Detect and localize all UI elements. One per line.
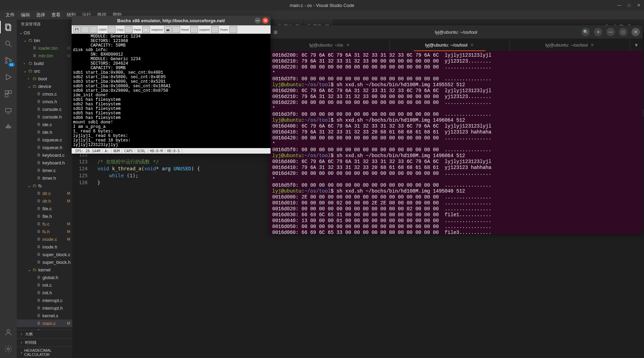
tree-file-super_block.c[interactable]: 🗎super_block.c <box>17 251 72 258</box>
svg-point-2 <box>6 41 10 45</box>
tree-file-timer.h[interactable]: 🗎timer.h <box>17 174 72 182</box>
tree-folder-src[interactable]: ⌄🗀src <box>17 67 72 75</box>
section-大纲[interactable]: ›大纲 <box>17 330 72 338</box>
menu-查看[interactable]: 查看 <box>49 11 63 19</box>
tree-file-ioqueue.c[interactable]: 🗎ioqueue.c <box>17 136 72 144</box>
tree-file-ioqueue.h[interactable]: 🗎ioqueue.h <box>17 144 72 151</box>
close-icon[interactable]: ✕ <box>346 42 350 48</box>
bochs-screen[interactable]: MODULE: Generic 1234 SECTORS: 121968 CAP… <box>72 34 271 148</box>
tree-folder-device[interactable]: ⌄🗀device <box>17 82 72 90</box>
tree-file-ide.c[interactable]: 🗎ide.c <box>17 121 72 128</box>
terminal-tab[interactable]: lyj@ubuntu: ~/os/tool✕ <box>390 39 510 51</box>
bochs-titlebar[interactable]: Bochs x86 emulator, http://bochs.sourcef… <box>72 16 271 25</box>
terminal-window[interactable]: ⊞ lyj@ubuntu: ~/os/tool 🔍 ≡ — □ ✕ lyj@ub… <box>269 25 643 234</box>
section-时间线[interactable]: ›时间线 <box>17 338 72 347</box>
activity-settings[interactable] <box>3 344 13 354</box>
bochs-minimize-button[interactable]: — <box>255 17 261 24</box>
sidebar: 资源管理器 ⌄OS ⌄🗀bin🗎loader.binU🗎mbr.binU›🗀bu… <box>17 19 72 358</box>
bochs-tool-user[interactable]: ⌨ <box>108 26 115 33</box>
tree-file-fs.c[interactable]: 🗎fs.cM <box>17 220 72 228</box>
activity-extensions[interactable] <box>3 89 13 99</box>
tree-file-super_block.h[interactable]: 🗎super_block.h <box>17 258 72 266</box>
tree-file-interrupt.h[interactable]: 🗎interrupt.h <box>17 304 72 312</box>
bochs-tool-snapshot[interactable]: 📷 <box>164 26 172 33</box>
close-icon[interactable]: ✕ <box>470 42 474 48</box>
bochs-tool-reset[interactable]: ↻ <box>190 26 198 33</box>
bochs-tool-paste[interactable]: 📋 <box>142 26 150 33</box>
terminal-menu-icon[interactable]: ≡ <box>594 28 602 36</box>
tree-folder-kernel[interactable]: ⌄🗀kernel <box>17 266 72 274</box>
section-HEXADECIMAL CALCULATOR[interactable]: ›HEXADECIMAL CALCULATOR <box>17 347 72 358</box>
window-close-button[interactable]: ✕ <box>636 3 641 8</box>
activity-search[interactable] <box>3 39 13 49</box>
tree-file-interrupt.c[interactable]: 🗎interrupt.c <box>17 296 72 304</box>
tree-folder-fs[interactable]: ⌄🗀fs <box>17 182 72 189</box>
svg-line-3 <box>9 45 11 47</box>
tree-folder-bin[interactable]: ⌄🗀bin <box>17 36 72 44</box>
terminal-tab[interactable]: lyj@ubuntu: ~/os✕ <box>269 39 390 51</box>
tree-file-main.c[interactable]: 🗎main.cM <box>17 319 72 327</box>
tree-root[interactable]: ⌄OS <box>17 29 72 36</box>
tree-file-cmos.c[interactable]: 🗎cmos.c <box>17 90 72 98</box>
window-minimize-button[interactable]: — <box>617 3 622 8</box>
terminal-tab[interactable]: lyj@ubuntu: ~/os/tool✕ <box>510 39 630 51</box>
tree-file-mbr.bin[interactable]: 🗎mbr.binU <box>17 52 72 59</box>
window-maximize-button[interactable]: □ <box>627 3 631 8</box>
tree-file-init.h[interactable]: 🗎init.h <box>17 289 72 296</box>
svg-rect-16 <box>9 127 11 128</box>
terminal-maximize-button[interactable]: □ <box>619 28 627 36</box>
bochs-tool-suspend[interactable]: ⏸ <box>211 26 219 33</box>
terminal-newtab-icon[interactable]: ⊞ <box>274 30 277 35</box>
tree-file-keyboard.h[interactable]: 🗎keyboard.h <box>17 159 72 166</box>
tree-file-kernel.s[interactable]: 🗎kernel.s <box>17 312 72 319</box>
terminal-body[interactable]: 0016d200: 6C 79 6A 6C 79 6A 31 32 33 31 … <box>269 51 643 234</box>
tree-file-keyboard.c[interactable]: 🗎keyboard.c <box>17 151 72 159</box>
window-titlebar: main.c - os - Visual Studio Code — □ ✕ <box>0 0 644 10</box>
menu-选择[interactable]: 选择 <box>33 11 48 19</box>
tree-file-console.h[interactable]: 🗎console.h <box>17 113 72 121</box>
svg-rect-8 <box>5 91 8 93</box>
tree-file-init.c[interactable]: 🗎init.c <box>17 281 72 289</box>
activity-run[interactable] <box>3 72 13 82</box>
tree-folder-boot[interactable]: ›🗀boot <box>17 75 72 82</box>
activity-bar: 42 <box>0 19 17 358</box>
tree-file-file.h[interactable]: 🗎file.h <box>17 212 72 220</box>
activity-remote[interactable] <box>3 106 13 115</box>
activity-account[interactable] <box>3 327 13 337</box>
tree-file-timer.c[interactable]: 🗎timer.c <box>17 166 72 174</box>
tree-file-inode.c[interactable]: 🗎inode.cM <box>17 235 72 243</box>
tree-file-inode.h[interactable]: 🗎inode.h <box>17 243 72 251</box>
terminal-close-button[interactable]: ✕ <box>631 28 640 36</box>
bochs-close-button[interactable]: ✕ <box>262 17 268 24</box>
tree-file-file.c[interactable]: 🗎file.c <box>17 205 72 212</box>
tree-file-fs.h[interactable]: 🗎fs.hM <box>17 228 72 235</box>
bochs-tool-mouse[interactable]: 🖱 <box>90 26 97 33</box>
tree-file-dir.c[interactable]: 🗎dir.cM <box>17 189 72 197</box>
terminal-tab-dropdown[interactable]: ▾ <box>630 39 643 51</box>
close-icon[interactable]: ✕ <box>590 42 594 48</box>
window-title: main.c - os - Visual Studio Code <box>290 3 354 8</box>
tree-file-dir.h[interactable]: 🗎dir.hM <box>17 197 72 205</box>
bochs-tool-power[interactable]: ⏻ <box>230 26 237 33</box>
bochs-tool-copy[interactable]: ⎘ <box>125 26 132 33</box>
activity-docker[interactable] <box>3 122 13 132</box>
terminal-minimize-button[interactable]: — <box>606 28 615 36</box>
tree-file-loader.bin[interactable]: 🗎loader.binU <box>17 44 72 52</box>
terminal-titlebar[interactable]: ⊞ lyj@ubuntu: ~/os/tool 🔍 ≡ — □ ✕ <box>269 25 643 39</box>
menu-文件[interactable]: 文件 <box>3 11 17 19</box>
tree-file-ide.h[interactable]: 🗎ide.h <box>17 128 72 136</box>
bochs-statusbar: IPS: 26.144M A: NUM CAPS SCRL HD:0-M HD:… <box>72 148 271 154</box>
activity-scm[interactable]: 42 <box>3 56 13 65</box>
terminal-search-icon[interactable]: 🔍 <box>581 28 590 36</box>
tree-folder-build[interactable]: ›🗀build <box>17 59 72 67</box>
bochs-tool-config[interactable]: ⚙ <box>172 26 180 33</box>
activity-explorer[interactable] <box>3 22 13 32</box>
bochs-tool-floppy[interactable]: 💾 <box>73 26 81 33</box>
tree-file-console.c[interactable]: 🗎console.c <box>17 105 72 113</box>
bochs-tool-cdrom[interactable]: 💿 <box>81 26 89 33</box>
tree-file-memory.c[interactable]: 🗎memory.c <box>17 327 72 330</box>
tree-file-global.h[interactable]: 🗎global.h <box>17 274 72 281</box>
bochs-window[interactable]: Bochs x86 emulator, http://bochs.sourcef… <box>72 16 271 154</box>
menu-编辑[interactable]: 编辑 <box>18 11 33 19</box>
tree-file-cmos.h[interactable]: 🗎cmos.h <box>17 98 72 105</box>
